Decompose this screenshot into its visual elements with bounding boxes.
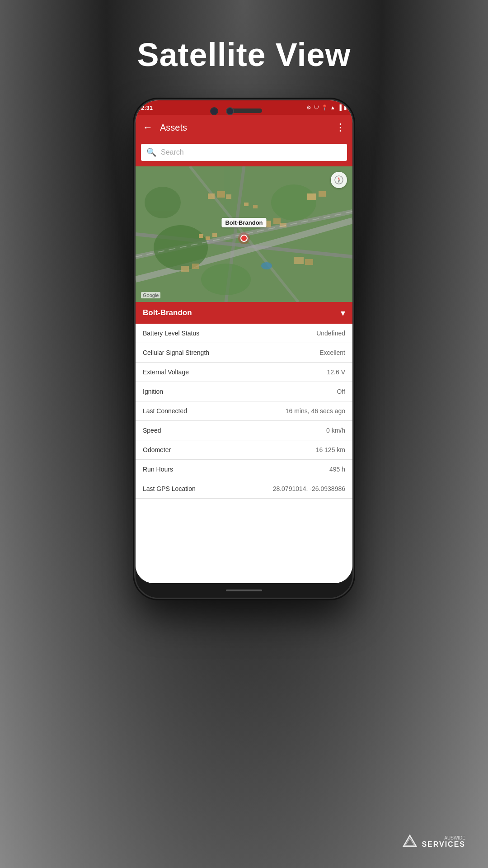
map-view[interactable]: Bolt-Brandon Google [136,166,352,302]
svg-point-7 [145,187,181,218]
data-row-label: External Voltage [143,368,189,376]
svg-point-6 [271,184,316,221]
brand-line1: AUSWIDE [444,835,465,840]
phone-screen: 2:31 ⚙ 🛡 📍 ▲ ▐ ▮ ← Assets ⋮ 🔍 Search [136,100,352,583]
data-row-value: Excellent [319,349,345,356]
location-icon: 📍 [321,104,328,111]
data-row-value: 16 125 km [316,446,345,453]
page-title: Satellite View [137,36,351,73]
svg-rect-11 [226,194,231,199]
svg-rect-18 [319,191,326,197]
data-row: Cellular Signal StrengthExcellent [136,343,352,363]
data-row-label: Battery Level Status [143,330,199,337]
data-row: External Voltage12.6 V [136,363,352,382]
search-bar-container: 🔍 Search [136,140,352,166]
data-row-value: 28.0791014, -26.0938986 [273,485,345,492]
brand-line2: SERVICES [422,840,465,849]
map-marker [238,232,250,244]
data-row-label: Odometer [143,446,171,453]
svg-rect-13 [273,218,281,224]
search-input-wrap[interactable]: 🔍 Search [141,144,347,161]
data-row: Battery Level StatusUndefined [136,324,352,343]
wifi-icon: ▲ [330,104,336,111]
data-row-value: Off [337,388,345,395]
phone-bottom-bar [136,583,352,598]
google-logo: Google [141,292,160,298]
svg-rect-22 [206,236,210,240]
settings-icon: ⚙ [306,104,311,111]
search-input[interactable]: Search [161,148,184,156]
svg-rect-17 [307,193,316,200]
data-row-label: Run Hours [143,466,173,473]
search-icon: 🔍 [146,147,156,157]
brand-text: AUSWIDE SERVICES [422,835,465,849]
data-row-label: Cellular Signal Strength [143,349,209,356]
svg-rect-15 [181,266,189,272]
data-row: Last Connected16 mins, 46 secs ago [136,401,352,421]
asset-panel-header[interactable]: Bolt-Brandon ▾ [136,302,352,324]
data-row: Run Hours495 h [136,460,352,479]
brand-footer: AUSWIDE SERVICES [402,834,465,850]
phone-camera-right [226,107,234,115]
map-marker-label: Bolt-Brandon [221,218,266,227]
brand-icon [402,834,418,850]
signal-icon: ▐ [338,104,342,111]
svg-rect-23 [212,233,217,237]
data-row-label: Speed [143,427,161,434]
svg-point-26 [261,262,272,269]
back-button[interactable]: ← [143,122,153,133]
battery-icon: ▮ [344,104,347,111]
svg-rect-24 [244,203,249,206]
phone-device: 2:31 ⚙ 🛡 📍 ▲ ▐ ▮ ← Assets ⋮ 🔍 Search [136,100,352,598]
data-row: Speed0 km/h [136,421,352,440]
data-row: Odometer16 125 km [136,440,352,460]
svg-rect-16 [192,264,199,269]
svg-rect-21 [199,234,203,238]
svg-rect-9 [208,193,215,199]
data-row-value: Undefined [316,330,345,337]
svg-marker-29 [338,177,340,180]
svg-point-8 [201,264,251,295]
phone-camera-left [210,107,218,115]
status-time: 2:31 [141,104,153,111]
compass-button[interactable] [331,172,347,188]
app-bar-title: Assets [160,123,335,133]
data-row-value: 495 h [329,466,345,473]
asset-name-label: Bolt-Brandon [143,308,192,317]
data-row-value: 12.6 V [327,368,345,376]
data-row-label: Ignition [143,388,163,395]
data-row-value: 16 mins, 46 secs ago [286,407,345,415]
svg-rect-10 [217,191,225,198]
svg-rect-20 [305,259,313,265]
home-indicator [226,590,262,591]
data-row: Last GPS Location28.0791014, -26.0938986 [136,479,352,499]
data-row-value: 0 km/h [326,427,345,434]
svg-rect-19 [294,257,304,264]
status-icons: ⚙ 🛡 📍 ▲ ▐ ▮ [306,104,347,111]
data-row: IgnitionOff [136,382,352,401]
data-row-label: Last Connected [143,407,187,415]
expand-icon: ▾ [341,307,345,318]
asset-data-list: Battery Level StatusUndefinedCellular Si… [136,324,352,583]
svg-marker-30 [338,180,340,183]
more-options-button[interactable]: ⋮ [335,122,345,133]
svg-rect-25 [253,205,258,208]
app-bar: ← Assets ⋮ [136,115,352,140]
shield-icon: 🛡 [314,104,319,111]
data-row-label: Last GPS Location [143,485,196,492]
